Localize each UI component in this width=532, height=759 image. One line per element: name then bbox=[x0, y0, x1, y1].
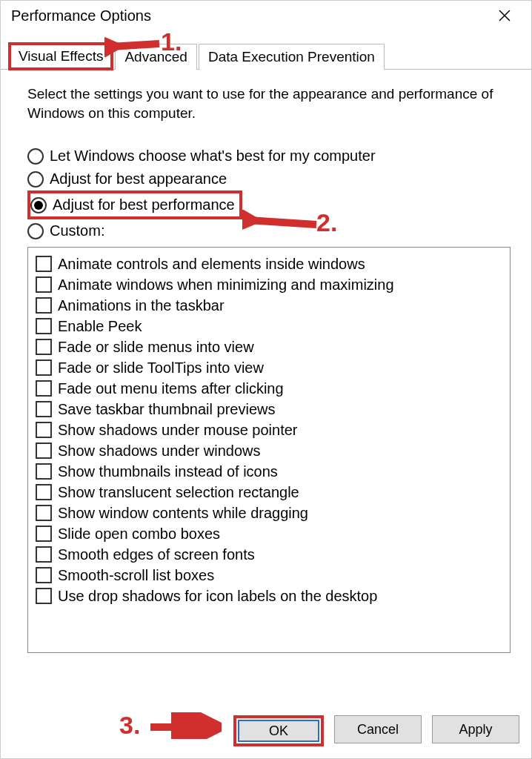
checkbox-label: Fade out menu items after clicking bbox=[58, 380, 284, 397]
checkbox-label: Show shadows under windows bbox=[58, 443, 261, 460]
radio-icon bbox=[27, 171, 44, 188]
visual-effects-list[interactable]: Animate controls and elements inside win… bbox=[27, 247, 511, 653]
checkbox-item[interactable]: Smooth-scroll list boxes bbox=[36, 565, 502, 586]
tab-label: Visual Effects bbox=[19, 48, 103, 64]
checkbox-label: Save taskbar thumbnail previews bbox=[58, 401, 275, 418]
checkbox-label: Show thumbnails instead of icons bbox=[58, 463, 278, 480]
radio-group: Let Windows choose what's best for my co… bbox=[27, 145, 511, 242]
radio-custom[interactable]: Custom: bbox=[27, 219, 511, 242]
title-bar: Performance Options bbox=[1, 1, 531, 30]
tab-label: Data Execution Prevention bbox=[208, 49, 375, 64]
annotation-number-3: 3. bbox=[119, 711, 140, 740]
checkbox-label: Smooth-scroll list boxes bbox=[58, 567, 214, 584]
radio-label: Let Windows choose what's best for my co… bbox=[50, 148, 376, 165]
annotation-highlight-3: OK bbox=[233, 715, 324, 746]
checkbox-label: Fade or slide menus into view bbox=[58, 339, 254, 356]
checkbox-icon bbox=[36, 546, 52, 563]
checkbox-item[interactable]: Show thumbnails instead of icons bbox=[36, 461, 502, 482]
checkbox-icon bbox=[36, 297, 52, 314]
checkbox-item[interactable]: Show window contents while dragging bbox=[36, 503, 502, 523]
performance-options-dialog: Performance Options Visual Effects Advan… bbox=[0, 0, 532, 759]
checkbox-icon bbox=[36, 276, 52, 293]
ok-button[interactable]: OK bbox=[238, 720, 319, 742]
annotation-highlight-2: Adjust for best performance bbox=[27, 190, 242, 219]
radio-icon bbox=[27, 223, 44, 239]
checkbox-item[interactable]: Save taskbar thumbnail previews bbox=[36, 399, 502, 420]
checkbox-icon bbox=[36, 443, 52, 459]
checkbox-label: Show shadows under mouse pointer bbox=[58, 422, 298, 439]
checkbox-item[interactable]: Animate windows when minimizing and maxi… bbox=[36, 274, 502, 295]
checkbox-label: Slide open combo boxes bbox=[58, 526, 220, 543]
checkbox-item[interactable]: Animations in the taskbar bbox=[36, 295, 502, 316]
dialog-title: Performance Options bbox=[11, 7, 151, 24]
radio-best-performance[interactable]: Adjust for best performance bbox=[30, 193, 235, 216]
checkbox-item[interactable]: Fade or slide menus into view bbox=[36, 337, 502, 357]
checkbox-item[interactable]: Show shadows under windows bbox=[36, 440, 502, 461]
checkbox-icon bbox=[36, 588, 52, 604]
tab-visual-effects[interactable]: Visual Effects bbox=[8, 42, 113, 70]
checkbox-item[interactable]: Use drop shadows for icon labels on the … bbox=[36, 586, 502, 606]
close-button[interactable] bbox=[488, 4, 521, 27]
radio-label: Custom: bbox=[50, 222, 104, 239]
checkbox-item[interactable]: Slide open combo boxes bbox=[36, 523, 502, 544]
radio-icon bbox=[27, 148, 44, 165]
checkbox-item[interactable]: Show shadows under mouse pointer bbox=[36, 420, 502, 440]
checkbox-icon bbox=[36, 339, 52, 355]
radio-label: Adjust for best appearance bbox=[50, 170, 227, 188]
checkbox-label: Show window contents while dragging bbox=[58, 505, 308, 522]
checkbox-icon bbox=[36, 401, 52, 417]
tab-data-execution-prevention[interactable]: Data Execution Prevention bbox=[199, 44, 385, 70]
radio-let-windows-choose[interactable]: Let Windows choose what's best for my co… bbox=[27, 145, 511, 168]
button-label: Cancel bbox=[357, 722, 399, 738]
checkbox-item[interactable]: Fade or slide ToolTips into view bbox=[36, 357, 502, 378]
apply-button[interactable]: Apply bbox=[432, 715, 519, 743]
checkbox-label: Fade or slide ToolTips into view bbox=[58, 359, 264, 377]
close-icon bbox=[498, 9, 511, 22]
checkbox-label: Animate controls and elements inside win… bbox=[58, 256, 365, 273]
checkbox-label: Use drop shadows for icon labels on the … bbox=[58, 588, 377, 605]
annotation-arrow-3-icon bbox=[147, 712, 222, 739]
checkbox-label: Smooth edges of screen fonts bbox=[58, 546, 255, 563]
checkbox-item[interactable]: Fade out menu items after clicking bbox=[36, 378, 502, 399]
checkbox-label: Animate windows when minimizing and maxi… bbox=[58, 276, 394, 294]
button-label: Apply bbox=[459, 722, 492, 738]
radio-best-appearance[interactable]: Adjust for best appearance bbox=[27, 168, 511, 190]
radio-icon bbox=[30, 197, 47, 213]
intro-text: Select the settings you want to use for … bbox=[27, 84, 511, 122]
checkbox-item[interactable]: Animate controls and elements inside win… bbox=[36, 253, 502, 274]
button-label: OK bbox=[269, 723, 288, 739]
checkbox-icon bbox=[36, 567, 52, 583]
dialog-button-row: OK Cancel Apply bbox=[233, 715, 519, 746]
checkbox-icon bbox=[36, 422, 52, 438]
tab-advanced[interactable]: Advanced bbox=[115, 44, 197, 70]
checkbox-icon bbox=[36, 505, 52, 521]
tab-label: Advanced bbox=[124, 49, 187, 64]
checkbox-icon bbox=[36, 484, 52, 500]
cancel-button[interactable]: Cancel bbox=[334, 715, 422, 743]
checkbox-label: Enable Peek bbox=[58, 318, 142, 335]
tab-content: Select the settings you want to use for … bbox=[1, 70, 531, 653]
checkbox-icon bbox=[36, 359, 52, 376]
checkbox-icon bbox=[36, 256, 52, 272]
checkbox-label: Animations in the taskbar bbox=[58, 297, 225, 314]
tab-strip: Visual Effects Advanced Data Execution P… bbox=[1, 41, 531, 70]
checkbox-item[interactable]: Enable Peek bbox=[36, 316, 502, 337]
checkbox-item[interactable]: Smooth edges of screen fonts bbox=[36, 544, 502, 565]
checkbox-item[interactable]: Show translucent selection rectangle bbox=[36, 482, 502, 503]
checkbox-icon bbox=[36, 463, 52, 480]
checkbox-icon bbox=[36, 318, 52, 334]
checkbox-icon bbox=[36, 380, 52, 397]
radio-label: Adjust for best performance bbox=[53, 196, 235, 213]
checkbox-label: Show translucent selection rectangle bbox=[58, 484, 299, 501]
checkbox-icon bbox=[36, 526, 52, 542]
